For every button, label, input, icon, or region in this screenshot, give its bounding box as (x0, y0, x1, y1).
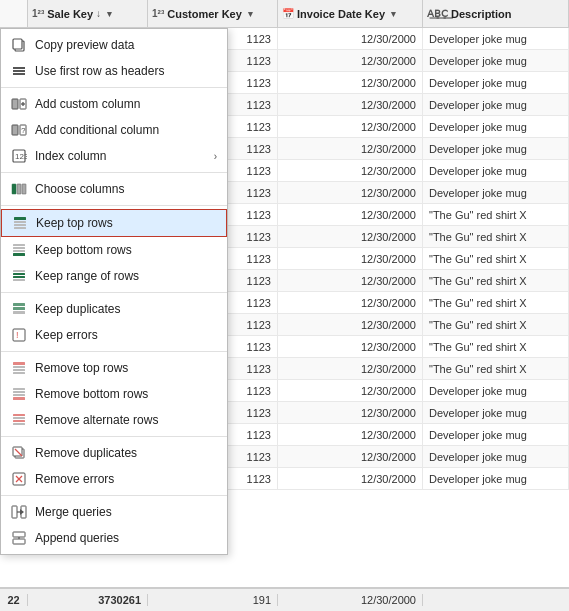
header-row: 1²³ Sale Key ↓ ▾ 1²³ Customer Key ▾ 📅 In… (0, 0, 569, 28)
menu-item-label: Remove top rows (35, 361, 128, 375)
svg-rect-28 (13, 279, 25, 281)
invoice-date-type-icon: 📅 (282, 8, 294, 19)
menu-item-keep-bottom-rows[interactable]: Keep bottom rows (1, 237, 227, 263)
description-type-icon: A͟B͟C͟ (427, 8, 448, 19)
menu-item-remove-alt-rows[interactable]: Remove alternate rows (1, 407, 227, 433)
svg-rect-16 (22, 184, 26, 194)
cell-description: Developer joke mug (423, 28, 569, 49)
menu-item-label: Remove duplicates (35, 446, 137, 460)
svg-rect-23 (13, 250, 25, 252)
menu-item-label: Keep range of rows (35, 269, 139, 283)
menu-item-label: Remove errors (35, 472, 114, 486)
svg-rect-21 (13, 244, 25, 246)
keep-bottom-icon (9, 242, 29, 258)
menu-item-index-col[interactable]: 123 Index column › (1, 143, 227, 169)
svg-rect-9 (12, 125, 18, 135)
menu-divider (1, 351, 227, 352)
cell-invoice-date: 12/30/2000 (278, 402, 423, 423)
svg-rect-14 (12, 184, 16, 194)
menu-item-append-queries[interactable]: Append queries (1, 525, 227, 551)
svg-rect-37 (13, 372, 25, 374)
menu-item-merge-queries[interactable]: Merge queries (1, 499, 227, 525)
invoice-date-dropdown[interactable]: ▾ (388, 8, 399, 20)
menu-item-label: Append queries (35, 531, 119, 545)
cell-description: "The Gu" red shirt X (423, 270, 569, 291)
cell-invoice-date: 12/30/2000 (278, 336, 423, 357)
sale-key-sort-icon: ↓ (96, 8, 101, 19)
submenu-arrow-icon: › (214, 151, 217, 162)
cell-invoice-date: 12/30/2000 (278, 380, 423, 401)
svg-rect-24 (13, 253, 25, 256)
menu-item-label: Add custom column (35, 97, 140, 111)
menu-item-label: Keep errors (35, 328, 98, 342)
menu-divider (1, 87, 227, 88)
menu-item-remove-duplicates[interactable]: Remove duplicates (1, 440, 227, 466)
svg-text:!: ! (16, 330, 19, 340)
cell-invoice-date: 12/30/2000 (278, 28, 423, 49)
cell-description: Developer joke mug (423, 402, 569, 423)
svg-rect-41 (13, 397, 25, 400)
menu-item-remove-errors[interactable]: Remove errors (1, 466, 227, 492)
cell-invoice-date: 12/30/2000 (278, 314, 423, 335)
menu-item-keep-duplicates[interactable]: Keep duplicates (1, 296, 227, 322)
menu-item-copy-preview[interactable]: Copy preview data (1, 32, 227, 58)
cell-description: "The Gu" red shirt X (423, 204, 569, 225)
svg-rect-17 (14, 217, 26, 220)
remove-bottom-icon (9, 386, 29, 402)
menu-item-label: Choose columns (35, 182, 124, 196)
menu-divider (1, 436, 227, 437)
summary-rn: 22 (0, 594, 28, 606)
choose-icon (9, 181, 29, 197)
invoice-date-label: Invoice Date Key (297, 8, 385, 20)
remove-top-icon (9, 360, 29, 376)
menu-item-label: Merge queries (35, 505, 112, 519)
cell-description: Developer joke mug (423, 160, 569, 181)
data-area: 1 191 1123 12/30/2000 Developer joke mug… (0, 28, 569, 587)
keep-dup-icon (9, 301, 29, 317)
customer-key-type-icon: 1²³ (152, 8, 164, 19)
menu-item-choose-cols[interactable]: Choose columns (1, 176, 227, 202)
cell-invoice-date: 12/30/2000 (278, 270, 423, 291)
menu-item-remove-bottom-rows[interactable]: Remove bottom rows (1, 381, 227, 407)
svg-rect-52 (12, 506, 17, 518)
svg-rect-4 (13, 73, 25, 75)
customer-key-dropdown[interactable]: ▾ (245, 8, 256, 20)
cell-description: Developer joke mug (423, 94, 569, 115)
keep-err-icon: ! (9, 327, 29, 343)
cell-invoice-date: 12/30/2000 (278, 248, 423, 269)
menu-divider (1, 495, 227, 496)
col-custom-icon (9, 96, 29, 112)
cell-description: Developer joke mug (423, 446, 569, 467)
menu-item-use-first-row[interactable]: Use first row as headers (1, 58, 227, 84)
cell-invoice-date: 12/30/2000 (278, 50, 423, 71)
menu-item-remove-top-rows[interactable]: Remove top rows (1, 355, 227, 381)
cell-description: "The Gu" red shirt X (423, 336, 569, 357)
menu-item-keep-errors[interactable]: ! Keep errors (1, 322, 227, 348)
cell-invoice-date: 12/30/2000 (278, 226, 423, 247)
svg-rect-40 (13, 394, 25, 396)
menu-item-keep-range-rows[interactable]: Keep range of rows (1, 263, 227, 289)
svg-rect-26 (13, 273, 25, 275)
svg-rect-32 (13, 329, 25, 341)
cell-invoice-date: 12/30/2000 (278, 446, 423, 467)
cell-invoice-date: 12/30/2000 (278, 160, 423, 181)
menu-item-keep-top-rows[interactable]: Keep top rows (1, 209, 227, 237)
svg-text:?: ? (21, 126, 26, 135)
svg-rect-19 (14, 224, 26, 226)
cell-invoice-date: 12/30/2000 (278, 468, 423, 489)
svg-rect-30 (13, 307, 25, 310)
cell-description: "The Gu" red shirt X (423, 314, 569, 335)
cell-description: Developer joke mug (423, 72, 569, 93)
menu-item-label: Index column (35, 149, 106, 163)
cell-invoice-date: 12/30/2000 (278, 424, 423, 445)
menu-item-label: Use first row as headers (35, 64, 164, 78)
menu-item-add-custom-col[interactable]: Add custom column (1, 91, 227, 117)
summary-invoice-date: 12/30/2000 (278, 594, 423, 606)
cell-description: Developer joke mug (423, 116, 569, 137)
menu-item-add-conditional-col[interactable]: ? Add conditional column (1, 117, 227, 143)
sale-key-dropdown[interactable]: ▾ (104, 8, 115, 20)
svg-rect-44 (13, 420, 25, 422)
svg-rect-5 (12, 99, 18, 109)
svg-rect-57 (13, 539, 25, 544)
menu-divider (1, 292, 227, 293)
